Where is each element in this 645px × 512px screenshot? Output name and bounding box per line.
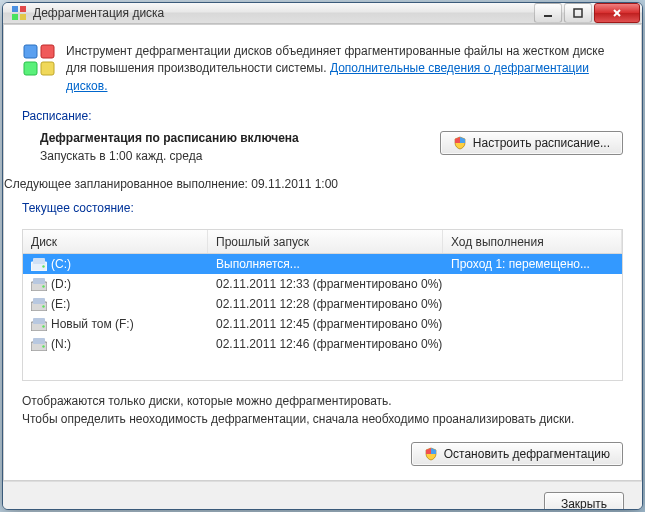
col-last-run[interactable]: Прошлый запуск — [208, 230, 443, 253]
configure-schedule-label: Настроить расписание... — [473, 136, 610, 150]
configure-schedule-button[interactable]: Настроить расписание... — [440, 131, 623, 155]
schedule-status-title: Дефрагментация по расписанию включена — [40, 131, 428, 145]
cell-last-run: 02.11.2011 12:46 (фрагментировано 0%) — [208, 337, 443, 351]
drive-icon — [31, 258, 47, 271]
maximize-button[interactable] — [564, 3, 592, 23]
cell-last-run: 02.11.2011 12:28 (фрагментировано 0%) — [208, 297, 443, 311]
shield-icon — [453, 136, 467, 150]
table-body: (C:)Выполняется...Проход 1: перемещено..… — [23, 254, 622, 354]
drive-icon — [31, 318, 47, 331]
drive-icon — [31, 338, 47, 351]
footnote: Отображаются только диски, которые можно… — [22, 393, 623, 428]
table-row[interactable]: (D:)02.11.2011 12:33 (фрагментировано 0%… — [23, 274, 622, 294]
content-area: Инструмент дефрагментации дисков объедин… — [3, 24, 642, 481]
svg-point-14 — [42, 265, 44, 267]
cell-progress: Проход 1: перемещено... — [443, 257, 622, 271]
close-button[interactable] — [594, 3, 640, 23]
schedule-time: Запускать в 1:00 кажд. среда — [40, 149, 428, 163]
state-section-label: Текущее состояние: — [22, 201, 623, 215]
svg-rect-13 — [33, 258, 45, 264]
drive-icon — [31, 298, 47, 311]
cell-last-run: 02.11.2011 12:33 (фрагментировано 0%) — [208, 277, 443, 291]
svg-point-17 — [42, 285, 44, 287]
info-text: Инструмент дефрагментации дисков объедин… — [66, 43, 623, 95]
schedule-next-run: Следующее запланированное выполнение: 09… — [4, 175, 623, 191]
svg-rect-2 — [12, 14, 18, 20]
minimize-button[interactable] — [534, 3, 562, 23]
cell-last-run: Выполняется... — [208, 257, 443, 271]
stop-defrag-label: Остановить дефрагментацию — [444, 447, 610, 461]
svg-rect-19 — [33, 298, 45, 304]
svg-rect-11 — [41, 62, 54, 75]
window: Дефрагментация диска Инструмент дефрагме… — [2, 2, 643, 510]
svg-rect-3 — [20, 14, 26, 20]
shield-icon — [424, 447, 438, 461]
cell-disk: (D:) — [23, 277, 208, 291]
titlebar[interactable]: Дефрагментация диска — [3, 3, 642, 24]
cell-disk: (C:) — [23, 257, 208, 271]
svg-rect-25 — [33, 338, 45, 344]
table-row[interactable]: (N:)02.11.2011 12:46 (фрагментировано 0%… — [23, 334, 622, 354]
table-header: Диск Прошлый запуск Ход выполнения — [23, 230, 622, 254]
info-banner: Инструмент дефрагментации дисков объедин… — [22, 39, 623, 107]
footer: Закрыть — [3, 481, 642, 510]
cell-disk: (E:) — [23, 297, 208, 311]
svg-rect-10 — [24, 62, 37, 75]
svg-rect-16 — [33, 278, 45, 284]
table-row[interactable]: (E:)02.11.2011 12:28 (фрагментировано 0%… — [23, 294, 622, 314]
schedule-section-label: Расписание: — [22, 109, 623, 123]
table-row[interactable]: (C:)Выполняется...Проход 1: перемещено..… — [23, 254, 622, 274]
svg-rect-0 — [12, 6, 18, 12]
drive-icon — [31, 278, 47, 291]
svg-point-23 — [42, 325, 44, 327]
cell-last-run: 02.11.2011 12:45 (фрагментировано 0%) — [208, 317, 443, 331]
disk-table: Диск Прошлый запуск Ход выполнения (C:)В… — [22, 229, 623, 381]
close-dialog-label: Закрыть — [561, 497, 607, 510]
svg-rect-8 — [24, 45, 37, 58]
cell-disk: (N:) — [23, 337, 208, 351]
stop-defrag-button[interactable]: Остановить дефрагментацию — [411, 442, 623, 466]
defrag-large-icon — [22, 43, 56, 77]
svg-rect-9 — [41, 45, 54, 58]
svg-point-26 — [42, 345, 44, 347]
table-row[interactable]: Новый том (F:)02.11.2011 12:45 (фрагмент… — [23, 314, 622, 334]
svg-rect-22 — [33, 318, 45, 324]
defrag-app-icon — [11, 5, 27, 21]
svg-point-20 — [42, 305, 44, 307]
close-dialog-button[interactable]: Закрыть — [544, 492, 624, 510]
col-disk[interactable]: Диск — [23, 230, 208, 253]
window-title: Дефрагментация диска — [33, 6, 532, 20]
footnote-line2: Чтобы определить неоходимость дефрагмент… — [22, 411, 623, 428]
footnote-line1: Отображаются только диски, которые можно… — [22, 393, 623, 410]
cell-disk: Новый том (F:) — [23, 317, 208, 331]
svg-rect-1 — [20, 6, 26, 12]
svg-rect-5 — [574, 9, 582, 17]
col-progress[interactable]: Ход выполнения — [443, 230, 622, 253]
